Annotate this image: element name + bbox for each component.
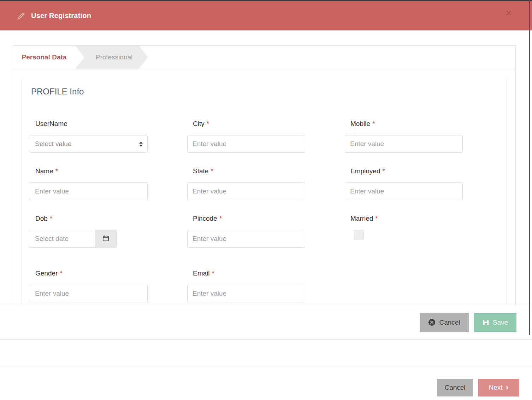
- field-city: City*: [187, 120, 305, 153]
- email-label: Email*: [193, 269, 305, 278]
- dialog-title: User Registration: [31, 12, 91, 20]
- field-username: UserName Select value: [30, 120, 148, 153]
- updown-arrows-icon: [139, 141, 143, 147]
- required-asterisk: *: [50, 214, 52, 223]
- field-pincode: Pincode*: [187, 214, 305, 248]
- employed-input[interactable]: [345, 182, 463, 200]
- floppy-icon: [483, 319, 489, 326]
- tab-personal-data[interactable]: Personal Data: [13, 46, 75, 69]
- calendar-button[interactable]: [95, 230, 116, 247]
- pincode-label: Pincode*: [193, 214, 305, 223]
- tab-professional[interactable]: Professional: [75, 46, 148, 69]
- required-asterisk: *: [60, 269, 62, 278]
- modal-cancel-label: Cancel: [439, 319, 460, 326]
- next-button[interactable]: Next ›: [478, 379, 519, 396]
- name-label: Name*: [35, 167, 148, 175]
- dialog-body: Personal Data Professional PROFILE Info …: [0, 30, 532, 340]
- field-name: Name*: [30, 167, 148, 200]
- required-asterisk: *: [55, 167, 58, 175]
- next-label: Next: [489, 384, 502, 392]
- city-label: City*: [193, 120, 305, 128]
- wizard-cancel-button[interactable]: Cancel: [437, 379, 473, 396]
- required-asterisk: *: [372, 120, 375, 128]
- required-asterisk: *: [207, 120, 209, 128]
- field-dob: Dob*: [30, 214, 148, 248]
- dob-label: Dob*: [35, 214, 148, 223]
- username-label: UserName: [35, 120, 148, 128]
- username-select[interactable]: Select value: [30, 135, 148, 153]
- mobile-input[interactable]: [345, 135, 463, 153]
- gender-input[interactable]: [30, 285, 148, 302]
- field-mobile: Mobile*: [345, 120, 463, 153]
- divider-dialog-bottom: [0, 339, 532, 340]
- pencil-icon: [17, 12, 25, 20]
- city-input[interactable]: [187, 135, 305, 153]
- state-label: State*: [193, 167, 305, 175]
- name-input[interactable]: [30, 182, 148, 200]
- close-icon[interactable]: ×: [504, 6, 514, 20]
- tab-personal-data-label: Personal Data: [22, 53, 67, 61]
- chevron-right-icon: ›: [506, 384, 509, 391]
- wizard-tab-container: Personal Data Professional PROFILE Info …: [13, 45, 516, 340]
- required-asterisk: *: [375, 214, 378, 223]
- section-heading: PROFILE Info: [31, 86, 507, 97]
- form-grid: UserName Select value City*: [30, 120, 507, 248]
- wizard-footer: Cancel Next ›: [0, 366, 532, 400]
- modal-footer: Cancel Save: [0, 305, 532, 340]
- tab-content: PROFILE Info UserName Select value: [13, 69, 515, 326]
- user-registration-dialog: User Registration × Personal Data Profes…: [0, 0, 532, 400]
- field-state: State*: [187, 167, 305, 200]
- field-gender: Gender*: [30, 269, 148, 302]
- field-married: Married*: [345, 214, 463, 248]
- save-button[interactable]: Save: [474, 313, 516, 332]
- married-label: Married*: [350, 214, 463, 223]
- required-asterisk: *: [212, 269, 214, 278]
- tab-strip: Personal Data Professional: [13, 46, 515, 69]
- dob-date-group: [30, 230, 117, 248]
- wizard-cancel-label: Cancel: [444, 384, 465, 392]
- married-checkbox[interactable]: [354, 230, 363, 239]
- pincode-input[interactable]: [187, 230, 305, 248]
- email-input[interactable]: [187, 285, 305, 302]
- circle-x-icon: [428, 319, 436, 326]
- required-asterisk: *: [219, 214, 222, 223]
- username-select-placeholder: Select value: [35, 140, 72, 148]
- gender-label: Gender*: [35, 269, 148, 278]
- modal-cancel-button[interactable]: Cancel: [420, 313, 469, 332]
- field-email: Email*: [187, 269, 305, 302]
- dialog-titlebar: User Registration ×: [0, 1, 532, 30]
- dob-input[interactable]: [30, 230, 95, 247]
- save-label: Save: [493, 319, 508, 326]
- form-grid-row4: Gender* Email*: [30, 269, 507, 302]
- mobile-label: Mobile*: [350, 120, 463, 128]
- tab-professional-label: Professional: [96, 53, 133, 61]
- window-right-edge: [529, 0, 530, 335]
- required-asterisk: *: [211, 167, 213, 175]
- required-asterisk: *: [383, 167, 385, 175]
- calendar-icon: [102, 234, 110, 243]
- profile-info-panel: PROFILE Info UserName Select value: [22, 79, 507, 326]
- state-input[interactable]: [187, 182, 305, 200]
- field-employed: Employed*: [345, 167, 463, 200]
- employed-label: Employed*: [350, 167, 463, 175]
